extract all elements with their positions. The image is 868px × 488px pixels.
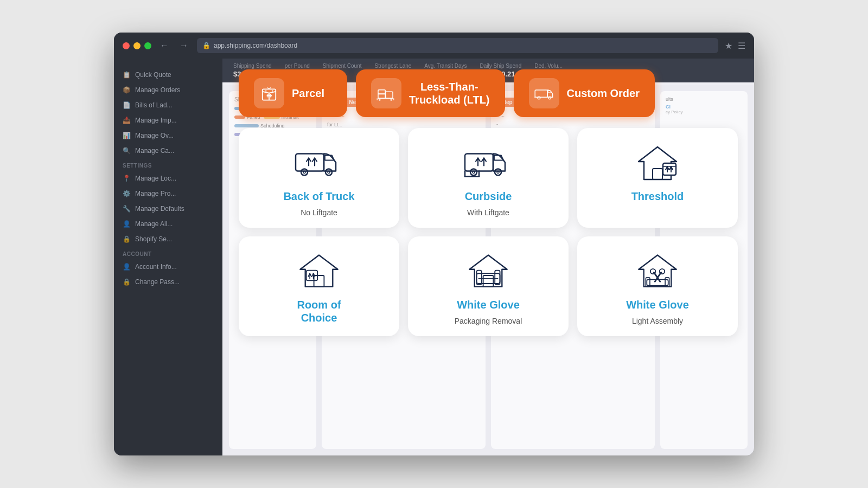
forward-button[interactable]: → <box>177 40 190 52</box>
sidebar-item-manage-pro[interactable]: ⚙️ Manage Pro... <box>114 186 222 201</box>
service-card-room-of-choice[interactable]: Room ofChoice <box>239 236 399 336</box>
sidebar-item-label: Manage Imp... <box>135 117 177 124</box>
back-of-truck-svg <box>295 143 343 183</box>
delivery-truck-icon <box>534 84 554 103</box>
sidebar-item-change-pass[interactable]: 🔒 Change Pass... <box>114 274 222 290</box>
svg-point-30 <box>495 169 501 175</box>
back-of-truck-subtitle: No Liftgate <box>301 208 337 217</box>
tab-custom-order[interactable]: Custom Order <box>514 69 655 117</box>
service-card-back-of-truck[interactable]: Back of Truck No Liftgate <box>239 128 399 228</box>
sidebar-item-shopify[interactable]: 🔒 Shopify Se... <box>114 232 222 247</box>
white-glove-packaging-svg <box>464 251 513 292</box>
white-glove-assembly-title: White Glove <box>626 298 689 311</box>
tab-ltl[interactable]: Less-Than-Truckload (LTL) <box>356 69 505 117</box>
white-glove-packaging-card-icon <box>461 249 515 293</box>
lock-icon: 🔒 <box>202 42 210 49</box>
back-of-truck-title: Back of Truck <box>283 190 354 203</box>
sidebar-item-manage-ca[interactable]: 🔍 Manage Ca... <box>114 143 222 158</box>
svg-point-22 <box>303 171 305 173</box>
svg-point-56 <box>650 268 655 273</box>
curbside-subtitle: With Liftgate <box>467 208 509 217</box>
room-of-choice-svg <box>295 251 343 292</box>
browser-chrome: ← → 🔒 app.shipping.com/dashboard ★ ☰ <box>114 33 754 59</box>
menu-icon[interactable]: ☰ <box>738 41 745 51</box>
white-glove-packaging-subtitle: Packaging Removal <box>455 317 522 325</box>
quick-quote-icon: 📋 <box>123 71 131 79</box>
maximize-button[interactable] <box>144 42 151 49</box>
svg-rect-10 <box>386 92 393 98</box>
browser-actions: ★ ☰ <box>725 41 745 51</box>
svg-rect-27 <box>465 153 493 171</box>
settings-section-label: SETTINGS <box>114 158 222 171</box>
service-card-white-glove-assembly[interactable]: White Glove Light Assembly <box>577 236 738 336</box>
room-of-choice-card-icon <box>292 249 346 293</box>
custom-order-tab-label: Custom Order <box>567 87 640 100</box>
room-of-choice-title: Room ofChoice <box>297 298 341 324</box>
svg-marker-43 <box>300 255 337 286</box>
svg-rect-52 <box>495 270 500 284</box>
back-button[interactable]: ← <box>158 40 171 52</box>
svg-line-57 <box>655 272 661 281</box>
parcel-tab-icon <box>254 78 284 108</box>
sidebar-item-label: Manage Defaults <box>135 205 184 213</box>
service-card-threshold[interactable]: Threshold <box>577 128 738 228</box>
curbside-title: Curbside <box>465 190 512 203</box>
sidebar-item-label: Shopify Se... <box>135 235 172 243</box>
service-card-white-glove-packaging[interactable]: White Glove Packaging Removal <box>408 236 569 336</box>
bills-icon: 📄 <box>123 101 131 109</box>
curbside-svg <box>464 143 513 183</box>
pass-icon: 🔒 <box>123 278 131 286</box>
shopify-icon: 🔒 <box>123 235 131 243</box>
defaults-icon: 🔧 <box>123 205 131 213</box>
tab-parcel[interactable]: Parcel <box>239 69 347 117</box>
sidebar-item-label: Manage Loc... <box>135 175 176 182</box>
url-text: app.shipping.com/dashboard <box>214 42 297 49</box>
white-glove-packaging-title: White Glove <box>457 298 520 311</box>
svg-point-23 <box>326 169 332 175</box>
svg-point-58 <box>660 268 665 273</box>
ltl-tab-icon <box>371 78 401 108</box>
sidebar-item-account-info[interactable]: 👤 Account Info... <box>114 259 222 274</box>
sidebar-item-manage-loc[interactable]: 📍 Manage Loc... <box>114 171 222 186</box>
minimize-button[interactable] <box>133 42 141 49</box>
white-glove-assembly-subtitle: Light Assembly <box>632 317 683 325</box>
sidebar-item-manage-defaults[interactable]: 🔧 Manage Defaults <box>114 201 222 216</box>
svg-point-31 <box>497 171 499 173</box>
sidebar-item-manage-all[interactable]: 👤 Manage All... <box>114 216 222 232</box>
star-icon[interactable]: ★ <box>725 41 732 51</box>
white-glove-assembly-card-icon <box>630 249 685 293</box>
sidebar-item-label: Manage Ov... <box>135 132 174 139</box>
sidebar-item-quick-quote[interactable]: 📋 Quick Quote <box>114 67 222 82</box>
svg-point-24 <box>328 171 330 173</box>
url-bar[interactable]: 🔒 app.shipping.com/dashboard <box>197 38 718 53</box>
svg-point-21 <box>301 169 308 175</box>
loc-icon: 📍 <box>123 175 131 182</box>
overlay-container: Parcel <box>222 59 754 455</box>
sidebar-item-label: Change Pass... <box>135 278 180 286</box>
svg-point-28 <box>470 169 477 175</box>
sidebar-item-manage-imports[interactable]: 📥 Manage Imp... <box>114 113 222 128</box>
svg-point-29 <box>473 171 475 173</box>
threshold-title: Threshold <box>631 190 684 203</box>
sidebar-item-manage-ov[interactable]: 📊 Manage Ov... <box>114 128 222 143</box>
close-button[interactable] <box>123 42 130 49</box>
sidebar: 📋 Quick Quote 📦 Manage Orders 📄 Bills of… <box>114 59 222 455</box>
svg-rect-16 <box>535 90 547 97</box>
svg-rect-51 <box>476 270 481 284</box>
sidebar-item-manage-orders[interactable]: 📦 Manage Orders <box>114 82 222 98</box>
sidebar-item-label: Manage Orders <box>135 86 180 94</box>
svg-point-15 <box>391 99 392 100</box>
sidebar-item-bills-of-lading[interactable]: 📄 Bills of Lad... <box>114 98 222 113</box>
pro-icon: ⚙️ <box>123 190 131 197</box>
parcel-box-icon <box>259 84 279 103</box>
svg-marker-54 <box>639 255 676 286</box>
svg-rect-38 <box>653 169 662 179</box>
svg-rect-49 <box>483 275 494 287</box>
main-content: Shipping Spend $392.88k per Pound $1.88 … <box>222 59 754 455</box>
service-card-curbside[interactable]: Curbside With Liftgate <box>408 128 569 228</box>
threshold-svg <box>633 143 682 183</box>
browser-window: ← → 🔒 app.shipping.com/dashboard ★ ☰ 📋 Q… <box>114 33 754 455</box>
svg-rect-20 <box>296 153 324 171</box>
tab-row: Parcel <box>239 69 738 117</box>
threshold-card-icon <box>630 141 685 184</box>
